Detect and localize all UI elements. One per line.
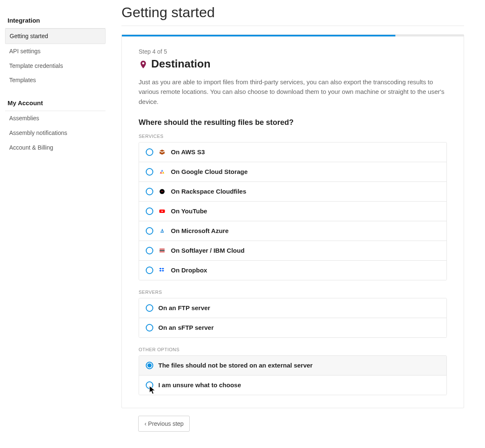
- radio-icon: [146, 381, 153, 389]
- option-list: On an FTP serverOn an sFTP server: [139, 298, 447, 338]
- radio-icon: [146, 324, 153, 331]
- radio-icon: [146, 148, 153, 156]
- option-label: On Google Cloud Storage: [171, 168, 248, 175]
- main-content: Getting started Step 4 of 5 Destination …: [109, 0, 485, 448]
- option-gcs[interactable]: On Google Cloud Storage: [139, 162, 446, 182]
- radio-icon: [146, 168, 153, 176]
- progress-bar: [122, 35, 464, 36]
- option-unsure[interactable]: I am unsure what to choose: [139, 375, 446, 395]
- option-label: I am unsure what to choose: [158, 381, 241, 388]
- option-list: On AWS S3On Google Cloud StorageOn Racks…: [139, 142, 447, 280]
- sidebar-section-title: Integration: [5, 17, 106, 28]
- option-label: On Microsoft Azure: [171, 227, 229, 234]
- gcloud-icon: [158, 168, 166, 176]
- svg-rect-3: [160, 250, 165, 251]
- option-none[interactable]: The files should not be stored on an ext…: [139, 356, 446, 375]
- option-youtube[interactable]: On YouTube: [139, 202, 446, 221]
- youtube-icon: [158, 207, 166, 215]
- step-title: Destination: [151, 57, 211, 70]
- step-title-row: Destination: [139, 57, 447, 70]
- option-label: On Rackspace Cloudfiles: [171, 188, 246, 195]
- softlayer-icon: [158, 247, 166, 254]
- page-title: Getting started: [121, 4, 464, 21]
- previous-step-button[interactable]: ‹ Previous step: [138, 416, 190, 432]
- option-list: The files should not be stored on an ext…: [139, 355, 447, 395]
- option-dropbox[interactable]: On Dropbox: [139, 261, 446, 280]
- step-indicator: Step 4 of 5: [139, 48, 447, 55]
- progress-fill: [122, 35, 395, 36]
- radio-icon: [146, 304, 153, 312]
- sidebar-section-title: My Account: [5, 99, 106, 111]
- option-label: The files should not be stored on an ext…: [158, 362, 312, 369]
- group-label: SERVERS: [139, 290, 447, 295]
- radio-icon: [146, 207, 153, 215]
- option-label: On an FTP server: [158, 304, 210, 311]
- svg-rect-4: [160, 251, 165, 252]
- sidebar-item-assembly-notifications[interactable]: Assembly notifications: [5, 126, 106, 140]
- option-ftp[interactable]: On an FTP server: [139, 298, 446, 318]
- svg-rect-2: [160, 249, 165, 249]
- sidebar-item-templates[interactable]: Templates: [5, 73, 106, 88]
- azure-icon: [158, 227, 166, 235]
- option-label: On YouTube: [171, 207, 207, 215]
- question-heading: Where should the resulting files be stor…: [139, 118, 447, 127]
- option-sftp[interactable]: On an sFTP server: [139, 318, 446, 337]
- radio-icon: [146, 247, 153, 254]
- option-aws[interactable]: On AWS S3: [139, 142, 446, 162]
- dropbox-icon: [158, 267, 166, 274]
- radio-icon: [146, 227, 153, 235]
- step-description: Just as you are able to import files fro…: [139, 77, 447, 106]
- sidebar-item-api-settings[interactable]: API settings: [5, 44, 106, 59]
- option-azure[interactable]: On Microsoft Azure: [139, 221, 446, 241]
- location-pin-icon: [139, 59, 147, 69]
- aws-icon: [158, 148, 166, 156]
- page-divider: [121, 26, 464, 26]
- sidebar-item-template-credentials[interactable]: Template credentials: [5, 59, 106, 73]
- group-label: OTHER OPTIONS: [139, 347, 447, 352]
- wizard-footer: ‹ Previous step: [121, 408, 464, 432]
- sidebar: IntegrationGetting startedAPI settingsTe…: [0, 0, 109, 448]
- radio-icon: [146, 267, 153, 274]
- rackspace-icon: [158, 188, 166, 195]
- sidebar-item-getting-started[interactable]: Getting started: [5, 28, 106, 44]
- option-label: On Dropbox: [171, 267, 207, 274]
- radio-icon: [146, 188, 153, 195]
- sidebar-item-assemblies[interactable]: Assemblies: [5, 111, 106, 126]
- sidebar-item-account-billing[interactable]: Account & Billing: [5, 140, 106, 155]
- option-label: On AWS S3: [171, 148, 205, 155]
- option-label: On Softlayer / IBM Cloud: [171, 247, 245, 254]
- group-label: SERVICES: [139, 134, 447, 139]
- option-softlayer[interactable]: On Softlayer / IBM Cloud: [139, 241, 446, 261]
- option-rackspace[interactable]: On Rackspace Cloudfiles: [139, 182, 446, 202]
- wizard-card: Step 4 of 5 Destination Just as you are …: [121, 34, 464, 408]
- radio-icon: [146, 362, 153, 369]
- option-label: On an sFTP server: [158, 324, 214, 331]
